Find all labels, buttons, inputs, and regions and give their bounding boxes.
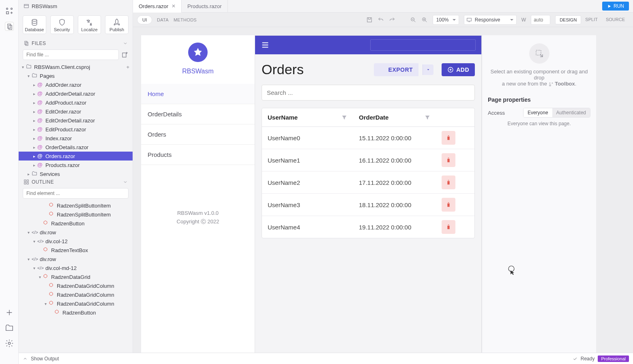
show-output-link[interactable]: Show Output — [31, 356, 59, 362]
mode-split[interactable]: SPLIT — [581, 15, 602, 24]
chevron-up-icon[interactable] — [23, 356, 28, 361]
open-folder-icon[interactable] — [5, 323, 14, 332]
nav-products[interactable]: Products — [141, 145, 255, 165]
outline-RadzenDataGrid[interactable]: ▾RadzenDataGrid — [19, 272, 133, 281]
pages-icon[interactable] — [5, 22, 14, 31]
new-file-icon[interactable] — [121, 51, 129, 58]
delete-button[interactable] — [442, 220, 455, 234]
seg-data[interactable]: DATA — [157, 17, 169, 22]
svg-point-5 — [8, 342, 11, 345]
tab-Orders-razor[interactable]: Orders.razor✕ — [133, 0, 182, 13]
outline-RadzenButton[interactable]: RadzenButton — [19, 219, 133, 228]
mode-design[interactable]: DESIGN — [555, 15, 581, 24]
delete-button[interactable] — [442, 131, 455, 145]
file-Services[interactable]: ▸Services — [19, 169, 133, 176]
access-everyone[interactable]: Everyone — [524, 108, 552, 117]
file-Index.razor[interactable]: ▸@Index.razor — [19, 134, 133, 143]
file-EditOrderDetail.razor[interactable]: ▸@EditOrderDetail.razor — [19, 116, 133, 125]
svg-rect-13 — [24, 182, 26, 184]
outline-RadzenTextBox[interactable]: RadzenTextBox — [19, 246, 133, 255]
files-section-header[interactable]: FILES — [19, 37, 133, 49]
width-input[interactable] — [531, 15, 550, 25]
table-row[interactable]: UserName217.11.2022 0:00:00 — [262, 171, 474, 194]
svg-rect-10 — [122, 53, 126, 58]
menu-icon[interactable] — [261, 41, 270, 49]
find-file-input[interactable] — [23, 49, 119, 60]
mode-source[interactable]: SOURCE — [602, 15, 629, 24]
file-Pages[interactable]: ▾Pages — [19, 71, 133, 80]
svg-rect-2 — [6, 12, 9, 14]
components-icon[interactable] — [5, 6, 14, 15]
designer-segment: UI — [137, 15, 152, 24]
file-EditProduct.razor[interactable]: ▸@EditProduct.razor — [19, 125, 133, 134]
security-button[interactable]: Security — [50, 15, 74, 34]
zoom-out-icon[interactable] — [410, 17, 416, 23]
file-Orders.razor[interactable]: ▸@Orders.razor — [19, 152, 133, 161]
outline-section-header[interactable]: OUTLINE — [19, 176, 133, 188]
file-AddProduct.razor[interactable]: ▸@AddProduct.razor — [19, 98, 133, 107]
chevron-down-icon — [123, 180, 128, 184]
outline-RadzenButton[interactable]: RadzenButton — [19, 308, 133, 317]
nav-orders[interactable]: Orders — [141, 124, 255, 145]
access-authenticated[interactable]: Authenticated — [552, 108, 590, 117]
outline-div.row[interactable]: ▾</>div.row — [19, 228, 133, 237]
seg-methods[interactable]: METHODS — [174, 17, 197, 22]
tab-Products-razor[interactable]: Products.razor — [182, 0, 228, 13]
svg-rect-23 — [549, 85, 551, 86]
export-button[interactable]: EXPORT — [374, 63, 419, 76]
svg-point-0 — [6, 8, 8, 10]
outline-RadzenDataGridColumn[interactable]: RadzenDataGridColumn — [19, 290, 133, 299]
find-element-input[interactable] — [23, 188, 129, 199]
add-button[interactable]: ADD — [442, 63, 475, 76]
run-button[interactable]: RUN — [602, 2, 629, 11]
zoom-select[interactable]: 100% — [433, 15, 459, 25]
tabs-row: Orders.razor✕Products.razor RUN — [133, 0, 633, 13]
delete-button[interactable] — [442, 176, 455, 189]
save-icon[interactable] — [366, 17, 373, 23]
nav-home[interactable]: Home — [141, 84, 255, 104]
undo-icon[interactable] — [378, 17, 384, 23]
outline-div.col-12[interactable]: ▾</>div.col-12 — [19, 237, 133, 246]
appbar-search-slot[interactable] — [370, 39, 476, 51]
table-row[interactable]: UserName419.11.2022 0:00:00 — [262, 216, 474, 238]
delete-button[interactable] — [442, 198, 455, 212]
nav-orderdetails[interactable]: OrderDetails — [141, 104, 255, 124]
file-EditOrder.razor[interactable]: ▸@EditOrder.razor — [19, 107, 133, 116]
project-name: RBSWasm — [32, 3, 57, 9]
properties-panel: Select an existing component or drag and… — [482, 35, 596, 356]
outline-RadzenDataGridColumn[interactable]: ▾RadzenDataGridColumn — [19, 299, 133, 308]
table-row[interactable]: UserName015.11.2022 0:00:00 — [262, 127, 474, 149]
svg-rect-6 — [24, 4, 29, 8]
export-dropdown[interactable] — [423, 64, 433, 75]
table-row[interactable]: UserName318.11.2022 0:00:00 — [262, 194, 474, 216]
database-button[interactable]: Database — [23, 15, 46, 34]
outline-RadzenSplitButtonItem[interactable]: RadzenSplitButtonItem — [19, 201, 133, 210]
settings-icon[interactable] — [5, 339, 14, 348]
delete-button[interactable] — [442, 153, 455, 167]
add-icon[interactable] — [5, 308, 14, 317]
file-RBSWasm.Client.csproj[interactable]: ▾RBSWasm.Client.csproj+ — [19, 62, 133, 71]
outline-div.row[interactable]: ▾</>div.row — [19, 255, 133, 263]
file-AddOrder.razor[interactable]: ▸@AddOrder.razor — [19, 80, 133, 89]
status-ready: Ready — [581, 356, 595, 362]
add-icon[interactable]: + — [126, 64, 129, 70]
filter-icon[interactable] — [341, 114, 348, 121]
grid-search-input[interactable] — [262, 85, 475, 101]
file-AddOrderDetail.razor[interactable]: ▸@AddOrderDetail.razor — [19, 89, 133, 98]
seg-ui[interactable]: UI — [137, 16, 152, 24]
outline-RadzenDataGridColumn[interactable]: RadzenDataGridColumn — [19, 281, 133, 290]
zoom-in-icon[interactable] — [421, 17, 428, 23]
file-Products.razor[interactable]: ▸@Products.razor — [19, 161, 133, 169]
table-row[interactable]: UserName116.11.2022 0:00:00 — [262, 149, 474, 171]
outline-RadzenSplitButtonItem[interactable]: RadzenSplitButtonItem — [19, 210, 133, 219]
svg-point-22 — [552, 83, 553, 84]
filter-icon[interactable] — [424, 114, 431, 121]
status-bar: Show Output Ready Professional — [19, 353, 633, 364]
redo-icon[interactable] — [389, 17, 395, 23]
outline-div.col-md-12[interactable]: ▾</>div.col-md-12 — [19, 263, 133, 272]
svg-rect-4 — [9, 25, 12, 30]
close-icon[interactable]: ✕ — [172, 3, 176, 9]
publish-button[interactable]: Publish — [105, 15, 129, 34]
file-OrderDetails.razor[interactable]: ▸@OrderDetails.razor — [19, 143, 133, 152]
localize-button[interactable]: Localize — [78, 15, 101, 34]
